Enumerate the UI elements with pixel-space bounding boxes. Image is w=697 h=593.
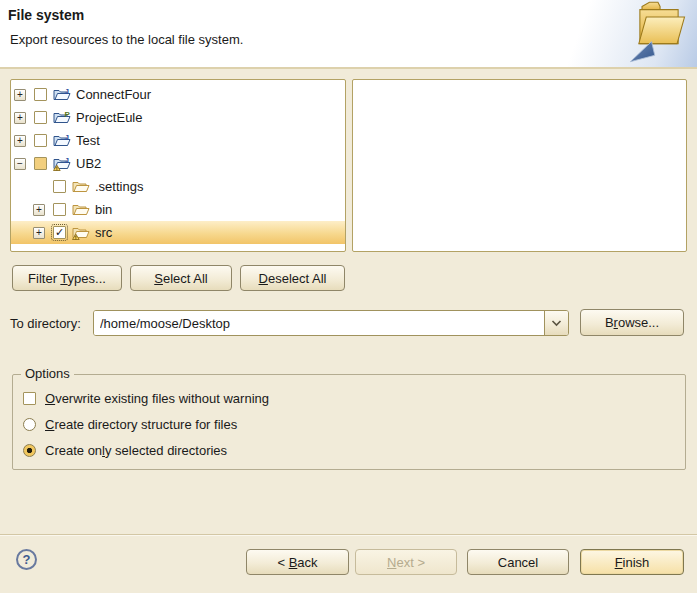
svg-text:P: P [65,110,71,119]
folder-warning-icon [72,225,90,240]
svg-text:J: J [65,87,69,96]
tree-item-bin[interactable]: + bin [11,198,345,221]
overwrite-checkbox[interactable] [23,392,36,405]
tree-item-connectfour[interactable]: + J ConnectFour [11,83,345,106]
button-label: Finish [615,555,650,570]
button-label: Select All [154,271,207,286]
tree-item-ub2[interactable]: − J UB2 [11,152,345,175]
page-description: Export resources to the local file syste… [10,32,243,47]
file-list-panel[interactable] [352,79,687,252]
chevron-down-icon [551,320,562,327]
combo-dropdown-button[interactable] [544,311,568,335]
create-structure-radio[interactable] [23,418,36,431]
browse-button[interactable]: Browse... [580,309,684,336]
tree-item-label: Test [76,133,100,148]
tree-item-label: ProjectEule [76,110,142,125]
footer-separator [0,534,697,536]
tree-item-test[interactable]: + J Test [11,129,345,152]
project-folder-icon: P [53,110,71,125]
button-label: Browse... [605,315,659,330]
cancel-button[interactable]: Cancel [467,549,569,575]
button-label: Cancel [498,555,538,570]
button-label: < Back [277,555,317,570]
option-create-structure[interactable]: Create directory structure for files [23,414,237,434]
java-project-folder-warning-icon: J [53,156,71,171]
tree-item-settings[interactable]: .settings [11,175,345,198]
create-selected-radio[interactable] [23,444,36,457]
tree-item-projecteule[interactable]: + P ProjectEule [11,106,345,129]
collapse-icon[interactable]: − [14,158,26,170]
expand-icon[interactable]: + [14,89,26,101]
button-label: Next > [387,555,425,570]
item-checkbox[interactable] [34,111,47,124]
next-button[interactable]: Next > [355,549,457,575]
item-checkbox[interactable] [34,88,47,101]
expand-icon[interactable]: + [33,227,45,239]
select-all-button[interactable]: Select All [130,265,232,291]
tree-item-label: .settings [95,179,143,194]
finish-button[interactable]: Finish [580,549,684,575]
svg-text:J: J [65,156,69,165]
option-label: Create only selected directories [45,443,227,458]
options-group-label: Options [21,366,74,381]
option-create-selected[interactable]: Create only selected directories [23,440,227,460]
resource-tree-panel[interactable]: + J ConnectFour + P ProjectEule + J Test… [10,79,346,252]
tree-item-label: src [95,225,112,240]
option-label: Overwrite existing files without warning [45,391,269,406]
item-checkbox-mixed[interactable] [34,157,47,170]
directory-combo[interactable] [93,310,569,336]
wizard-header: File system Export resources to the loca… [0,0,697,69]
tree-item-label: ConnectFour [76,87,151,102]
help-icon[interactable]: ? [16,549,37,570]
button-label: Filter Types... [28,271,106,286]
item-checkbox[interactable] [53,180,66,193]
deselect-all-button[interactable]: Deselect All [240,265,345,291]
to-directory-label: To directory: [10,316,81,331]
options-group: Options Overwrite existing files without… [12,374,686,470]
java-project-folder-icon: J [53,87,71,102]
item-checkbox[interactable] [53,203,66,216]
directory-input[interactable] [94,311,544,335]
item-checkbox-checked[interactable] [53,226,66,239]
page-title: File system [8,7,84,23]
back-button[interactable]: < Back [246,549,349,575]
tree-item-label: bin [95,202,112,217]
tree-item-src[interactable]: + src [11,221,345,244]
tree-item-label: UB2 [76,156,101,171]
expand-icon[interactable]: + [14,135,26,147]
export-folder-icon [625,1,693,65]
java-project-folder-icon: J [53,133,71,148]
svg-text:J: J [65,133,69,142]
button-label: Deselect All [259,271,327,286]
folder-icon [72,202,90,217]
filter-types-button[interactable]: Filter Types... [12,265,122,291]
option-overwrite[interactable]: Overwrite existing files without warning [23,388,269,408]
option-label: Create directory structure for files [45,417,237,432]
item-checkbox[interactable] [34,134,47,147]
expand-icon[interactable]: + [14,112,26,124]
folder-icon [72,179,90,194]
expand-icon[interactable]: + [33,204,45,216]
resource-tree: + J ConnectFour + P ProjectEule + J Test… [11,80,345,244]
